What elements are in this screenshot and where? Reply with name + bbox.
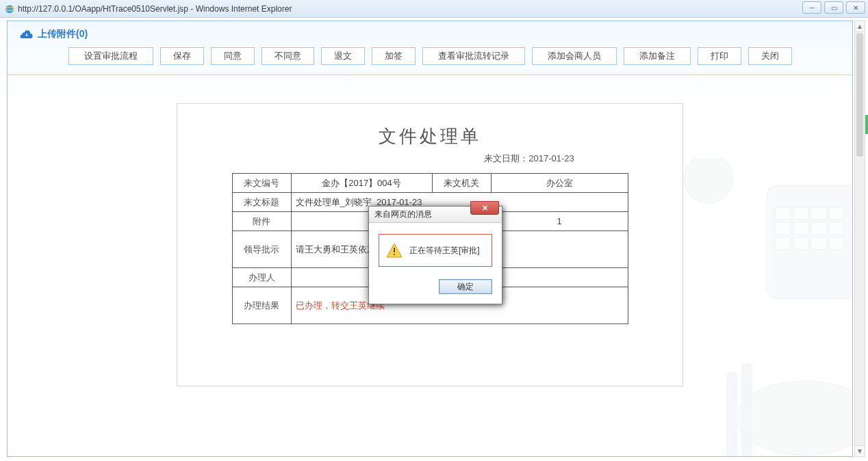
svg-rect-18 (726, 371, 737, 456)
print-button[interactable]: 打印 (698, 47, 741, 65)
return-button[interactable]: 退文 (321, 47, 365, 65)
label-doc-no: 来文编号 (232, 174, 291, 193)
close-icon: ✕ (482, 204, 488, 213)
save-button[interactable]: 保存 (160, 47, 204, 65)
scroll-down-arrow-icon[interactable]: ▼ (855, 445, 865, 456)
scroll-thumb[interactable] (856, 34, 863, 157)
dialog-close-button[interactable]: ✕ (470, 201, 499, 215)
label-result: 办理结果 (232, 287, 291, 324)
upload-bar: 上传附件(0) (8, 21, 852, 40)
dialog-message: 正在等待王英[审批] (409, 245, 480, 256)
dialog-titlebar: 来自网页的消息 ✕ (369, 207, 502, 223)
disagree-button[interactable]: 不同意 (261, 47, 314, 65)
label-handler: 办理人 (232, 268, 291, 287)
ie-body: 58 上传附件(0) 设置审批流程 保存 同意 不同意 退文 加签 查看审批流转… (0, 18, 868, 461)
ie-titlebar: http://127.0.0.1/OAapp/HtTrace0510Servle… (0, 0, 868, 18)
set-flow-button[interactable]: 设置审批流程 (68, 47, 153, 65)
svg-rect-8 (793, 222, 808, 235)
value-doc-no: 金办【2017】004号 (291, 174, 432, 193)
ie-logo-icon (4, 3, 15, 14)
minimize-button[interactable]: ─ (802, 1, 821, 14)
toolbar: 设置审批流程 保存 同意 不同意 退文 加签 查看审批流转记录 添加会商人员 添… (8, 40, 852, 75)
dialog-ok-button[interactable]: 确定 (439, 279, 492, 294)
ie-window: http://127.0.0.1/OAapp/HtTrace0510Servle… (0, 0, 868, 461)
dialog-body: 正在等待王英[审批] (369, 223, 502, 272)
svg-rect-14 (829, 237, 844, 250)
svg-rect-2 (767, 185, 852, 298)
value-doc-org: 办公室 (491, 174, 628, 193)
label-attachment: 附件 (232, 212, 291, 231)
svg-rect-5 (811, 207, 826, 220)
view-flow-button[interactable]: 查看审批流转记录 (422, 47, 525, 65)
maximize-button[interactable]: ▭ (824, 1, 843, 14)
svg-rect-6 (829, 207, 844, 220)
dialog-message-box: 正在等待王英[审批] (379, 234, 492, 267)
cloud-upload-icon (20, 29, 34, 39)
close-window-button[interactable]: ✕ (846, 1, 865, 14)
warning-icon (386, 243, 403, 258)
svg-rect-12 (793, 237, 808, 250)
label-doc-org: 来文机关 (432, 174, 491, 193)
upload-label[interactable]: 上传附件(0) (38, 28, 88, 40)
svg-rect-17 (741, 363, 752, 456)
document-date: 来文日期：2017-01-23 (376, 153, 682, 165)
label-doc-title: 来文标题 (232, 193, 291, 212)
svg-point-15 (684, 158, 733, 203)
window-title: http://127.0.0.1/OAapp/HtTrace0510Servle… (18, 4, 292, 14)
agree-button[interactable]: 同意 (211, 47, 255, 65)
close-button[interactable]: 关闭 (748, 47, 792, 65)
value-attachment-count: 1 (491, 212, 628, 231)
svg-point-16 (736, 381, 852, 455)
svg-rect-13 (811, 237, 826, 250)
svg-rect-3 (776, 207, 791, 220)
dialog-footer: 确定 (369, 272, 502, 304)
svg-rect-10 (829, 222, 844, 235)
svg-rect-20 (394, 254, 395, 255)
svg-rect-9 (811, 222, 826, 235)
background-decoration (661, 158, 852, 456)
svg-rect-4 (793, 207, 808, 220)
table-row: 来文编号 金办【2017】004号 来文机关 办公室 (232, 174, 628, 193)
dialog-title: 来自网页的消息 (374, 209, 432, 220)
vertical-scrollbar[interactable]: ▲ ▼ (854, 21, 865, 457)
label-leader-note: 领导批示 (232, 231, 291, 268)
alert-dialog: 来自网页的消息 ✕ 正在等待王英[审批] 确定 (368, 206, 502, 304)
add-remark-button[interactable]: 添加备注 (624, 47, 691, 65)
cosign-button[interactable]: 加签 (372, 47, 416, 65)
add-consult-button[interactable]: 添加会商人员 (532, 47, 617, 65)
window-controls: ─ ▭ ✕ (802, 1, 865, 14)
svg-rect-7 (776, 222, 791, 235)
svg-rect-11 (776, 237, 791, 250)
svg-rect-19 (394, 248, 395, 252)
scroll-up-arrow-icon[interactable]: ▲ (855, 21, 865, 32)
document-title: 文件处理单 (177, 124, 682, 148)
